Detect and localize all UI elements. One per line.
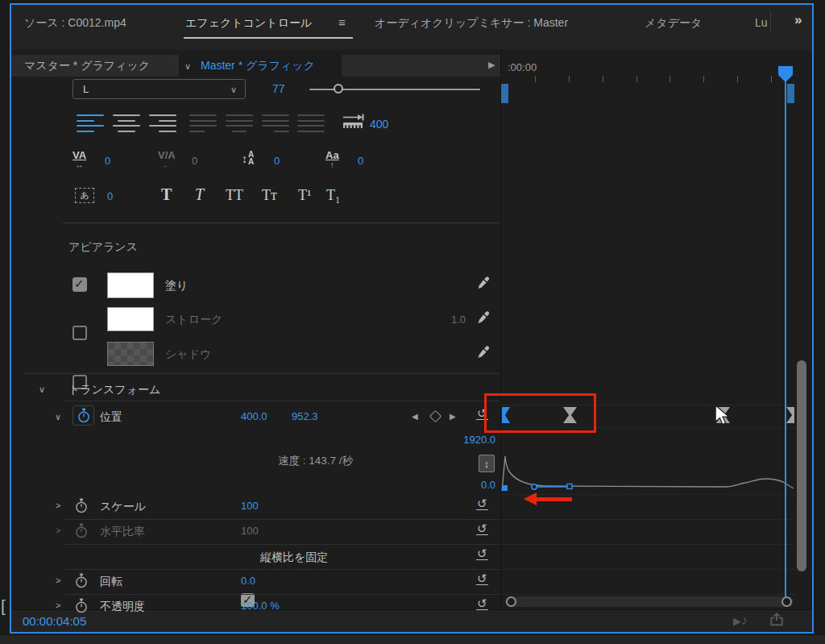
tab-source[interactable]: ソース : C0012.mp4 [24, 16, 126, 31]
justify-last-right-button[interactable] [262, 114, 289, 132]
kerning-value[interactable]: 0 [105, 155, 110, 167]
graph-height-toggle[interactable]: ↕ [479, 455, 495, 472]
subscript-button[interactable]: T₁ [326, 187, 340, 204]
tracking-value[interactable]: 400 [370, 118, 388, 131]
scale-label: スケール [100, 500, 146, 514]
rotation-expand-chevron[interactable]: > [56, 575, 60, 585]
kerning-optical-icon: V/A ← [158, 150, 176, 169]
zoom-scrollbar-left-handle[interactable] [506, 596, 516, 607]
ruler-tick [737, 76, 738, 82]
chevron-down-icon: ∨ [184, 61, 191, 72]
play-audio-button[interactable]: ▶♪ [733, 613, 748, 628]
shadow-eyedropper-icon[interactable] [477, 345, 491, 359]
stroke-width-value[interactable]: 1.0 [451, 314, 466, 326]
velocity-curve [502, 456, 794, 491]
export-frame-button[interactable] [768, 612, 786, 628]
fill-checkbox[interactable] [73, 277, 87, 292]
expand-arrow-icon[interactable]: ▶ [488, 60, 495, 70]
playhead-line[interactable] [785, 79, 786, 596]
rotation-value[interactable]: 0.0 [241, 575, 255, 587]
scale-reset-button[interactable]: ↺ [476, 498, 488, 510]
position-stopwatch-button[interactable] [73, 405, 94, 426]
timecode-display[interactable]: 00:00:04:05 [23, 614, 86, 628]
below-panel-strip [0, 635, 825, 644]
shadow-color-swatch[interactable] [107, 342, 154, 366]
leading-value[interactable]: 0 [274, 155, 280, 167]
zoom-scrollbar-right-handle[interactable] [781, 596, 792, 607]
position-x-value[interactable]: 400.0 [241, 410, 267, 422]
tab-audio-mixer[interactable]: オーディオクリップミキサー : Master [375, 16, 568, 31]
graph-max-value: 1920.0 [447, 434, 495, 446]
font-size-slider-knob[interactable] [334, 84, 343, 93]
stopwatch-icon [77, 408, 90, 423]
stroke-eyedropper-icon[interactable] [477, 310, 491, 324]
stroke-color-swatch[interactable] [107, 307, 154, 331]
ruler-tick [569, 76, 570, 82]
fill-color-swatch[interactable] [107, 272, 154, 298]
master-clip-tab[interactable]: マスター * グラフィック [24, 59, 150, 73]
rotation-stopwatch-button[interactable] [75, 573, 88, 588]
tab-effect-controls[interactable]: エフェクトコントロール [185, 16, 312, 31]
faux-bold-button[interactable]: T [161, 185, 172, 204]
fill-eyedropper-icon[interactable] [477, 276, 491, 289]
baseline-shift-value[interactable]: 0 [358, 155, 363, 167]
uniform-scale-reset-button[interactable]: ↺ [476, 548, 488, 560]
align-left-button[interactable] [77, 114, 104, 132]
ruler-tick [603, 76, 603, 82]
panel-menu-icon[interactable]: ≡ [338, 15, 346, 29]
font-size-value[interactable]: 77 [272, 82, 285, 95]
opacity-stopwatch-button[interactable] [75, 598, 88, 613]
position-keyframe-4[interactable] [786, 407, 794, 423]
play-icon: ▶ [733, 615, 741, 627]
clip-end-bar [787, 84, 794, 103]
outside-bracket: [ [1, 596, 6, 616]
tab-overflow-icon[interactable]: » [794, 12, 802, 28]
superscript-button[interactable]: T¹ [298, 187, 311, 204]
position-y-value[interactable]: 952.3 [292, 410, 318, 422]
scale-stopwatch-button[interactable] [75, 498, 88, 513]
tsume-value[interactable]: 0 [107, 190, 113, 202]
rotation-reset-button[interactable]: ↺ [476, 573, 488, 585]
font-style-dropdown[interactable]: L ∨ [73, 79, 246, 99]
prev-keyframe-button[interactable]: ◀ [412, 412, 418, 421]
tab-lumetri[interactable]: Lu [755, 16, 768, 29]
font-style-value: L [83, 83, 89, 95]
small-caps-button[interactable]: Tᴛ [262, 187, 277, 204]
align-center-button[interactable] [113, 114, 140, 132]
scale-expand-chevron[interactable]: > [56, 501, 60, 510]
timeline-row-divider [501, 519, 796, 520]
scale-value[interactable]: 100 [241, 500, 259, 512]
align-right-button[interactable] [149, 114, 176, 132]
kerning-optical-value[interactable]: 0 [192, 155, 197, 167]
opacity-value[interactable]: 100.0 % [241, 600, 280, 612]
opacity-reset-button[interactable]: ↺ [476, 598, 488, 610]
justify-last-left-button[interactable] [189, 114, 217, 132]
tracking-icon[interactable] [342, 114, 364, 130]
vertical-scrollbar-thumb[interactable] [797, 360, 806, 571]
velocity-graph[interactable] [501, 448, 796, 498]
stroke-checkbox[interactable] [73, 326, 87, 340]
justify-last-center-button[interactable] [226, 114, 253, 132]
all-caps-button[interactable]: TT [226, 187, 243, 204]
graph-keyframe-handle [502, 485, 508, 491]
transform-collapse-chevron[interactable]: ∨ [39, 384, 45, 395]
annotation-rectangle [484, 393, 596, 433]
tab-metadata[interactable]: メタデータ [645, 16, 702, 31]
scale-width-stopwatch-button[interactable] [75, 523, 88, 538]
scale-width-label: 水平比率 [100, 525, 145, 539]
opacity-expand-chevron[interactable]: > [56, 600, 60, 610]
justify-all-button[interactable] [297, 114, 325, 132]
position-collapse-chevron[interactable]: ∨ [55, 412, 61, 422]
ruler-tick [535, 76, 536, 82]
clip-graphic-tab[interactable]: Master * グラフィック [201, 59, 315, 73]
timeline-row-divider [501, 569, 796, 570]
rotation-label: 回転 [100, 575, 122, 589]
horizontal-zoom-scrollbar[interactable] [505, 596, 794, 607]
scale-width-reset-button[interactable]: ↺ [476, 523, 488, 535]
row-divider [64, 544, 500, 545]
scale-width-expand-chevron[interactable]: > [56, 526, 60, 535]
ruler-tick [771, 76, 772, 82]
stroke-label: ストローク [165, 313, 222, 327]
next-keyframe-button[interactable]: ▶ [450, 412, 456, 421]
faux-italic-button[interactable]: T [195, 185, 204, 204]
